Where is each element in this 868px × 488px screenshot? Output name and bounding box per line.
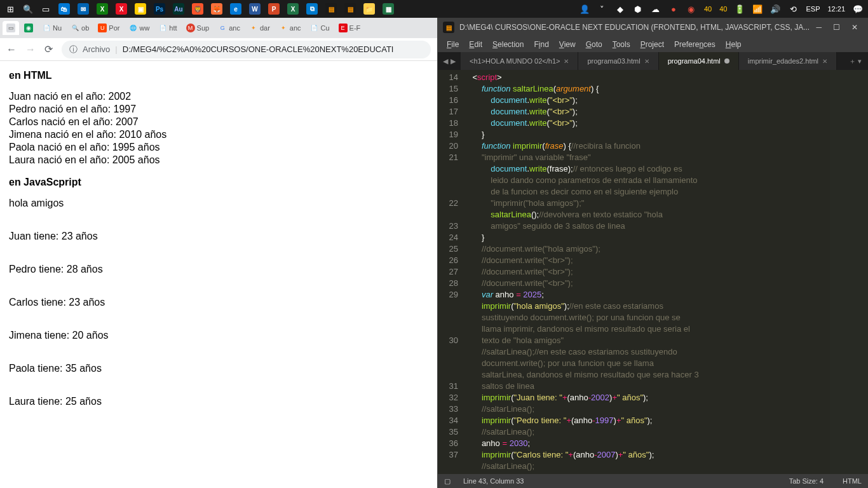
menu-project[interactable]: Project <box>637 39 668 50</box>
start-icon[interactable]: ⊞ <box>5 4 15 14</box>
browser-tab[interactable]: Ganc <box>214 21 244 35</box>
status-sidebar-icon[interactable]: ▢ <box>444 477 451 485</box>
onedrive-icon[interactable]: ☁ <box>651 4 661 14</box>
sublime-taskbar-icon-2[interactable]: ▤ <box>344 3 356 15</box>
menu-file[interactable]: File <box>443 39 463 50</box>
browser-restore-tab[interactable]: ▭ <box>3 21 19 35</box>
code-content[interactable]: <script> function saltarLinea(argument) … <box>463 70 868 474</box>
sublime-tabbar: ◀ ▶ <h1>HOLA MUNDO 02</h1>✕ programa03.h… <box>438 52 868 70</box>
edge-icon[interactable]: e <box>230 3 241 15</box>
editor-tab[interactable]: imprimir_edades2.html✕ <box>739 52 837 70</box>
app-x-icon[interactable]: X <box>116 3 127 15</box>
content-line: hola amigos <box>9 197 428 210</box>
browser-tabs: ▭ ◉ 📄Nu 🔍ob UPor 🌐ww 📄htt MSup Ganc ✦dar… <box>0 18 437 38</box>
editor-tab-active[interactable]: programa04.html <box>659 52 739 70</box>
notifications-icon[interactable]: 💬 <box>853 4 863 14</box>
nav-forward-icon[interactable]: ▶ <box>451 57 456 65</box>
unsaved-dot-icon <box>724 58 729 64</box>
status-tabsize[interactable]: Tab Size: 4 <box>789 477 824 485</box>
tab-close-icon[interactable]: ✕ <box>644 58 649 65</box>
forward-icon: → <box>25 44 36 55</box>
browser-tab[interactable]: ✦anc <box>275 21 305 35</box>
menu-edit[interactable]: Edit <box>465 39 486 50</box>
sync-icon[interactable]: ⟲ <box>788 4 798 14</box>
content-line: Jimena nació en el año: 2010 años <box>9 128 428 141</box>
photoshop-icon[interactable]: Ps <box>154 3 165 15</box>
content-line: Laura nació en el año: 2005 años <box>9 154 428 166</box>
menu-goto[interactable]: Goto <box>582 39 606 50</box>
code-area[interactable]: 141516171819 20 21 22 232425262728 29 30… <box>438 70 868 474</box>
editor-tab[interactable]: programa03.html✕ <box>578 52 658 70</box>
brave-icon[interactable]: 🦁 <box>192 3 203 15</box>
browser-tab[interactable]: 🌐ww <box>125 21 153 35</box>
chevron-up-icon[interactable]: ˅ <box>597 4 607 14</box>
browser-tab[interactable]: 📄htt <box>154 21 180 35</box>
content-line: Pedro nació en el año: 1997 <box>9 103 428 116</box>
tray-app-icon[interactable]: ⬢ <box>633 4 643 14</box>
status-syntax[interactable]: HTML <box>843 477 862 485</box>
taskbar-right: 👤 ˅ ◆ ⬢ ☁ ● ◉ 40 40 🔋 📶 🔊 ⟲ ESP 12:21 💬 <box>580 4 863 14</box>
tray-icon[interactable]: 👤 <box>580 4 590 14</box>
language-indicator[interactable]: ESP <box>806 5 820 13</box>
browser-tab[interactable]: ◉ <box>20 21 37 35</box>
tab-close-icon[interactable]: ✕ <box>822 58 827 65</box>
close-icon[interactable]: ✕ <box>851 23 858 32</box>
menu-help[interactable]: Help <box>722 39 745 50</box>
browser-tab[interactable]: UPor <box>94 21 123 35</box>
tray-red-icon[interactable]: ● <box>668 4 679 14</box>
address-bar[interactable]: ⓘ Archivo | D:/MEG4/%C2%A0%20CURSOS/ONE-… <box>62 41 431 58</box>
content-line: Laura tiene: 25 años <box>9 395 428 408</box>
status-position[interactable]: Line 43, Column 33 <box>463 477 524 485</box>
powerpoint-icon[interactable]: P <box>268 3 280 15</box>
content-line: Carlos nació en el año: 2007 <box>9 116 428 128</box>
volume-icon[interactable]: 🔊 <box>770 4 780 14</box>
browser-tab[interactable]: 📄Nu <box>38 21 65 35</box>
main-area: ▭ ◉ 📄Nu 🔍ob UPor 🌐ww 📄htt MSup Ganc ✦dar… <box>0 18 868 488</box>
tab-close-icon[interactable]: ✕ <box>564 58 569 65</box>
url-label: Archivo <box>83 44 110 54</box>
content-line: Juan nació en el año: 2002 <box>9 90 428 103</box>
word-icon[interactable]: W <box>249 3 261 15</box>
app-icon-2[interactable]: ▦ <box>383 3 394 15</box>
menu-tools[interactable]: Tools <box>609 39 634 50</box>
tray-red-icon-2[interactable]: ◉ <box>686 4 696 14</box>
minimap[interactable] <box>830 70 868 474</box>
content-line: Paola tiene: 35 años <box>9 362 428 375</box>
minimize-icon[interactable]: ─ <box>816 23 822 32</box>
menu-view[interactable]: View <box>555 39 580 50</box>
firefox-icon[interactable]: 🦊 <box>211 3 222 15</box>
browser-tab[interactable]: 📄Cu <box>306 21 334 35</box>
mail-icon[interactable]: ✉ <box>78 3 89 15</box>
battery-icon[interactable]: 🔋 <box>735 4 745 14</box>
browser-toolbar: ← → ⟳ ⓘ Archivo | D:/MEG4/%C2%A0%20CURSO… <box>0 38 437 61</box>
sublime-icon: ▤ <box>443 22 454 33</box>
url-text: D:/MEG4/%C2%A0%20CURSOS/ONE-ORACLE%20NEX… <box>123 44 394 54</box>
reload-icon[interactable]: ⟳ <box>44 43 53 55</box>
browser-tab[interactable]: 🔍ob <box>67 21 93 35</box>
browser-tab[interactable]: ✦dar <box>245 21 274 35</box>
app-icon[interactable]: ▣ <box>135 3 146 15</box>
menu-preferences[interactable]: Preferences <box>670 39 719 50</box>
xbox-icon[interactable]: X <box>97 3 108 15</box>
taskbar-left: ⊞ 🔍 ▭ 🛍 ✉ X X ▣ Ps Au 🦁 🦊 e W P X ⧉ ▤ ▤ … <box>5 3 394 15</box>
nav-back-icon[interactable]: ◀ <box>443 57 448 65</box>
browser-tab[interactable]: MSup <box>182 21 214 35</box>
sublime-taskbar-icon[interactable]: ▤ <box>325 3 337 15</box>
back-icon[interactable]: ← <box>6 44 17 55</box>
audition-icon[interactable]: Au <box>173 3 184 15</box>
wifi-icon[interactable]: 📶 <box>752 4 763 14</box>
menu-find[interactable]: Find <box>530 39 552 50</box>
dropbox-icon[interactable]: ◆ <box>615 4 625 14</box>
browser-tab[interactable]: EE-F <box>335 21 365 35</box>
clock[interactable]: 12:21 <box>827 5 845 13</box>
taskview-icon[interactable]: ▭ <box>41 4 51 14</box>
menu-selection[interactable]: Selection <box>489 39 527 50</box>
explorer-icon[interactable]: 📁 <box>363 3 375 15</box>
excel-icon[interactable]: X <box>287 3 299 15</box>
maximize-icon[interactable]: ☐ <box>833 23 840 32</box>
search-icon[interactable]: 🔍 <box>23 4 33 14</box>
store-icon[interactable]: 🛍 <box>58 3 70 15</box>
tab-add-dropdown[interactable]: ＋ ▾ <box>843 57 868 66</box>
editor-tab[interactable]: <h1>HOLA MUNDO 02</h1>✕ <box>461 52 578 70</box>
vscode-icon[interactable]: ⧉ <box>306 3 318 15</box>
